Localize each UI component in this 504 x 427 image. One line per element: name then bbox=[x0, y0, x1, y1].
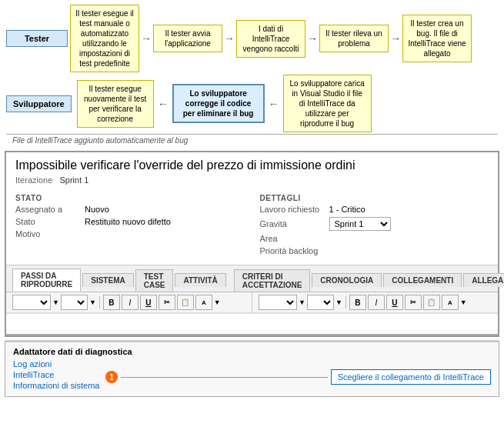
tabs-row: PASSI DA RIPRODURRE SISTEMA TEST CASE AT… bbox=[6, 265, 498, 292]
log-link[interactable]: Log azioni bbox=[13, 359, 105, 369]
tab-test-case[interactable]: TEST CASE bbox=[135, 269, 174, 292]
toolbars-container: ▼ ▼ B I U ✂ 📋 A ▼ ▼ ▼ bbox=[6, 292, 498, 314]
developer-row: Sviluppatore Il tester esegue nuovamente… bbox=[6, 75, 498, 132]
gravita-row: Gravità Sprint 1 bbox=[260, 217, 489, 231]
bold-btn-right[interactable]: B bbox=[349, 295, 366, 310]
font-select-right[interactable] bbox=[259, 295, 297, 310]
size-select-left[interactable] bbox=[61, 295, 88, 310]
stato-field-label: Stato bbox=[15, 217, 85, 226]
bold-btn-left[interactable]: B bbox=[103, 295, 120, 310]
callout-line bbox=[121, 377, 328, 378]
step1-box: Il tester esegue il test manuale o autom… bbox=[70, 5, 139, 72]
tab-allegati[interactable]: ALLEGA... bbox=[463, 273, 504, 287]
iteration-row: Iterazione Sprint 1 bbox=[15, 175, 489, 185]
step5-box: Il tester crea un bug. Il file di Intell… bbox=[402, 15, 472, 62]
area-row: Area bbox=[260, 234, 489, 243]
arrow6: ← bbox=[267, 98, 281, 110]
dettagli-col: DETTAGLI Lavoro richiesto 1 - Critico Gr… bbox=[260, 194, 489, 259]
lavoro-label: Lavoro richiesto bbox=[260, 205, 329, 214]
arrow2: → bbox=[222, 32, 236, 45]
stato-row: Stato Restituito nuovo difetto bbox=[15, 217, 245, 226]
btn4-left[interactable]: ✂ bbox=[159, 295, 175, 310]
stato-field-value: Restituito nuovo difetto bbox=[85, 217, 171, 226]
assegnato-a-value: Nuovo bbox=[85, 205, 109, 214]
tab-cronologia[interactable]: CRONOLOGIA bbox=[312, 273, 382, 287]
work-item-title: Impossibile verificare l'override del pr… bbox=[15, 158, 489, 172]
arrow-left: ▼ bbox=[52, 299, 59, 306]
more-right: ▼ bbox=[460, 299, 467, 306]
step6-box: Il tester esegue nuovamente il test per … bbox=[77, 80, 154, 128]
priorita-label: Priorità backlog bbox=[260, 246, 329, 255]
step2-box: Il tester avvia l'applicazione bbox=[153, 25, 222, 52]
callout-row: 1 Scegliere il collegamento di IntelliTr… bbox=[105, 362, 491, 392]
dettagli-header: DETTAGLI bbox=[260, 194, 489, 202]
arrow3: → bbox=[305, 32, 319, 45]
toolbar-select-section-right: ▼ ▼ bbox=[259, 295, 342, 310]
iteration-label: Iterazione bbox=[15, 175, 52, 185]
underline-btn-left[interactable]: U bbox=[140, 295, 157, 310]
tabs-section: PASSI DA RIPRODURRE SISTEMA TEST CASE AT… bbox=[6, 265, 498, 335]
work-item-panel: Impossibile verificare l'override del pr… bbox=[5, 151, 499, 337]
callout-badge: 1 bbox=[105, 371, 118, 383]
italic-btn-right[interactable]: I bbox=[368, 295, 385, 310]
size-select-right[interactable] bbox=[307, 295, 334, 310]
gravita-select[interactable]: Sprint 1 bbox=[329, 217, 391, 231]
stato-col: STATO Assegnato a Nuovo Stato Restituito… bbox=[15, 194, 245, 259]
assegnato-a-label: Assegnato a bbox=[15, 205, 85, 214]
gravita-label: Gravità bbox=[260, 219, 329, 229]
sysinfo-link[interactable]: Informazioni di sistema bbox=[13, 381, 105, 390]
tab-sistema[interactable]: SISTEMA bbox=[82, 273, 133, 287]
content-area bbox=[6, 314, 498, 335]
tester-label: Tester bbox=[6, 30, 68, 47]
arrow5: ← bbox=[156, 98, 170, 110]
work-item-header: Impossibile verificare l'override del pr… bbox=[6, 152, 498, 194]
tester-row: Tester Il tester esegue il test manuale … bbox=[6, 5, 498, 72]
arrow1: → bbox=[139, 32, 153, 45]
step8-box: Lo sviluppatore carica in Visual Studio … bbox=[283, 75, 372, 132]
btn4-right[interactable]: ✂ bbox=[405, 295, 422, 310]
developer-label: Sviluppatore bbox=[6, 95, 72, 112]
assegnato-a-row: Assegnato a Nuovo bbox=[15, 205, 245, 214]
file-note: File di IntelliTrace aggiunto automatica… bbox=[6, 134, 498, 146]
fields-row: STATO Assegnato a Nuovo Stato Restituito… bbox=[6, 194, 498, 265]
step7-box: Lo sviluppatore corregge il codice per e… bbox=[172, 84, 265, 123]
diagnostics-section: Adattatore dati di diagnostica Log azion… bbox=[5, 340, 499, 397]
font-select-left[interactable] bbox=[12, 295, 51, 310]
lavoro-value: 1 - Critico bbox=[329, 205, 365, 214]
tab-attivita[interactable]: ATTIVITÀ bbox=[175, 273, 225, 287]
toolbar-select-section-left: ▼ ▼ bbox=[12, 295, 96, 310]
step4-box: Il tester rileva un problema bbox=[319, 25, 389, 52]
size-arrow-left: ▼ bbox=[89, 299, 96, 306]
toolbar-right: ▼ ▼ B I U ✂ 📋 A ▼ bbox=[252, 292, 498, 313]
toolbar-sep1 bbox=[99, 296, 100, 309]
diag-content: Log azioni IntelliTrace Informazioni di … bbox=[13, 359, 491, 392]
area-label: Area bbox=[260, 234, 329, 243]
btn5-right[interactable]: 📋 bbox=[423, 295, 440, 310]
priorita-row: Priorità backlog bbox=[260, 246, 489, 255]
italic-btn-left[interactable]: I bbox=[122, 295, 139, 310]
more-left: ▼ bbox=[214, 299, 221, 306]
tab-passi[interactable]: PASSI DA RIPRODURRE bbox=[12, 269, 81, 292]
tab-collegamenti[interactable]: COLLEGAMENTI bbox=[383, 273, 462, 287]
stato-header: STATO bbox=[15, 194, 245, 202]
tester-flow-steps: Il tester esegue il test manuale o autom… bbox=[70, 5, 498, 72]
diag-links: Log azioni IntelliTrace Informazioni di … bbox=[13, 359, 105, 392]
motivo-row: Motivo bbox=[15, 229, 245, 239]
tab-criteri[interactable]: CRITERI DI ACCETTAZIONE bbox=[234, 269, 311, 292]
arrow4: → bbox=[389, 32, 402, 45]
workflow-diagram: Tester Il tester esegue il test manuale … bbox=[0, 0, 504, 148]
arrow-right: ▼ bbox=[299, 299, 305, 306]
iteration-value: Sprint 1 bbox=[60, 175, 89, 185]
btn5-left[interactable]: 📋 bbox=[177, 295, 194, 310]
toolbar-left: ▼ ▼ B I U ✂ 📋 A ▼ bbox=[6, 292, 252, 313]
motivo-label: Motivo bbox=[15, 229, 85, 239]
size-arrow-right: ▼ bbox=[335, 299, 342, 306]
btn6-left[interactable]: A bbox=[195, 295, 212, 310]
underline-btn-right[interactable]: U bbox=[386, 295, 403, 310]
callout-box: Scegliere il collegamento di IntelliTrac… bbox=[331, 369, 491, 385]
toolbar-sep2 bbox=[345, 296, 346, 309]
intellitrace-link[interactable]: IntelliTrace bbox=[13, 370, 105, 379]
lavoro-row: Lavoro richiesto 1 - Critico bbox=[260, 205, 489, 214]
diag-title: Adattatore dati di diagnostica bbox=[13, 347, 491, 356]
btn6-right[interactable]: A bbox=[442, 295, 459, 310]
